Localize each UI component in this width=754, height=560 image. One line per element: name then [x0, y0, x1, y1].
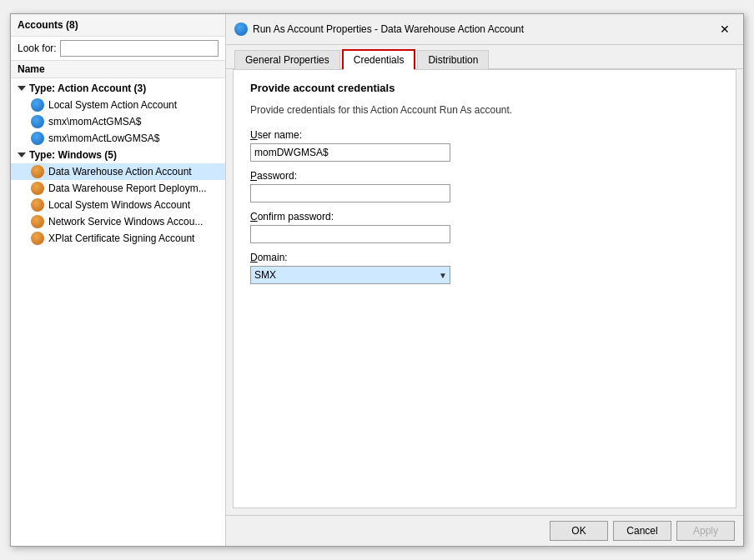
list-item-data-warehouse-action[interactable]: Data Warehouse Action Account: [11, 163, 225, 180]
username-input[interactable]: [250, 143, 450, 162]
look-for-input[interactable]: [60, 40, 219, 57]
content-heading: Provide account credentials: [250, 82, 719, 94]
left-panel: Accounts (8) Look for: Name Type: Action…: [11, 14, 226, 546]
domain-field-group: Domain: SMX ▼: [250, 252, 719, 284]
cancel-button[interactable]: Cancel: [613, 521, 671, 541]
dialog: Run As Account Properties - Data Warehou…: [226, 14, 743, 546]
tab-credentials[interactable]: Credentials: [342, 49, 416, 69]
dialog-footer: OK Cancel Apply: [226, 515, 743, 546]
tab-general-properties[interactable]: General Properties: [234, 50, 340, 69]
password-label: Password:: [250, 170, 719, 182]
dialog-icon: [234, 22, 248, 36]
confirm-password-input[interactable]: [250, 225, 450, 243]
domain-label: Domain:: [250, 252, 719, 263]
list-item-data-warehouse-report[interactable]: Data Warehouse Report Deploym...: [11, 180, 225, 197]
user-globe-icon: [31, 232, 44, 245]
list-content: Type: Action Account (3) Local System Ac…: [11, 78, 225, 546]
apply-button[interactable]: Apply: [676, 521, 735, 541]
accounts-header: Accounts (8): [11, 14, 225, 37]
tabs-bar: General Properties Credentials Distribut…: [226, 45, 743, 69]
list-item[interactable]: smx\momActLowGMSA$: [11, 130, 225, 147]
ok-button[interactable]: OK: [550, 521, 608, 541]
domain-select-wrapper: SMX ▼: [250, 266, 450, 284]
username-field-group: User name:: [250, 129, 719, 162]
confirm-password-field-group: Confirm password:: [250, 211, 719, 243]
user-globe-icon: [31, 215, 44, 228]
close-button[interactable]: ✕: [715, 19, 735, 39]
globe-icon: [31, 98, 44, 112]
confirm-password-label: Confirm password:: [250, 211, 719, 222]
list-item-xplat-cert[interactable]: XPlat Certificate Signing Account: [11, 230, 225, 247]
list-item-network-service[interactable]: Network Service Windows Accou...: [11, 213, 225, 230]
list-column-header: Name: [11, 61, 225, 78]
main-container: Accounts (8) Look for: Name Type: Action…: [10, 13, 744, 547]
password-field-group: Password:: [250, 170, 719, 202]
list-item[interactable]: smx\momActGMSA$: [11, 113, 225, 130]
type-windows-header: Type: Windows (5): [11, 147, 225, 163]
look-for-label: Look for:: [18, 42, 57, 54]
type-action-header: Type: Action Account (3): [11, 80, 225, 97]
globe-icon: [31, 115, 44, 128]
user-globe-icon: [31, 198, 44, 212]
look-for-row: Look for:: [11, 37, 225, 61]
domain-select[interactable]: SMX: [250, 266, 450, 284]
globe-icon: [31, 132, 44, 145]
list-item[interactable]: Local System Action Account: [11, 97, 225, 113]
tab-distribution[interactable]: Distribution: [417, 50, 489, 69]
content-description: Provide credentials for this Action Acco…: [250, 104, 719, 116]
dialog-content: Provide account credentials Provide cred…: [233, 69, 736, 508]
expand-icon: [18, 152, 26, 158]
username-label: User name:: [250, 129, 719, 141]
expand-icon: [18, 86, 26, 91]
user-globe-icon: [31, 182, 44, 195]
list-item-local-system-windows[interactable]: Local System Windows Account: [11, 197, 225, 213]
user-globe-icon: [31, 165, 44, 178]
password-input[interactable]: [250, 184, 450, 202]
dialog-title: Run As Account Properties - Data Warehou…: [253, 23, 524, 35]
dialog-titlebar: Run As Account Properties - Data Warehou…: [226, 14, 743, 45]
